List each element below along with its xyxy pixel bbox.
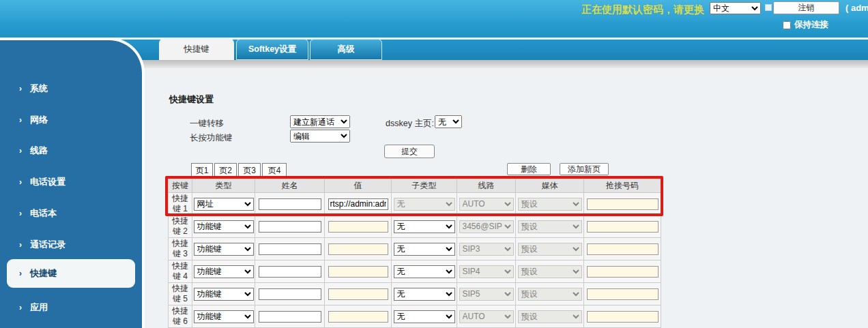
column-header: 类型 <box>192 179 255 193</box>
table-cell: AUTO <box>457 305 516 328</box>
sidebar-item-5[interactable]: ›电话本 <box>7 201 135 226</box>
table-cell: AUTO <box>457 193 516 215</box>
sidebar-item-label: 系统 <box>30 83 48 95</box>
chevron-right-icon: › <box>19 209 22 218</box>
name-input[interactable] <box>259 243 321 255</box>
table-cell: 预设 <box>516 283 584 305</box>
page-tab-2[interactable]: 页2 <box>214 163 237 179</box>
line-select: SIP4 <box>459 265 514 278</box>
table-cell <box>325 283 392 305</box>
value-input <box>328 243 388 255</box>
table-cell: 无 <box>392 260 457 283</box>
table-cell: 预设 <box>516 260 584 283</box>
subtype-select[interactable]: 无 <box>394 265 455 278</box>
subtype-select[interactable]: 无 <box>394 310 455 323</box>
sidebar-item-label: 电话设置 <box>30 176 66 188</box>
pickup-number-input <box>587 221 659 233</box>
type-select[interactable]: 功能键 <box>194 288 254 301</box>
table-cell: 功能键 <box>192 215 255 238</box>
value-input <box>328 311 388 323</box>
type-select[interactable]: 功能键 <box>194 310 254 323</box>
column-header: 值 <box>325 179 392 193</box>
table-cell <box>584 260 661 283</box>
section-title: 快捷键设置 <box>169 93 214 106</box>
column-header: 媒体 <box>516 179 584 193</box>
table-row: 快捷键 6功能键无AUTO预设 <box>169 305 661 328</box>
add-page-button[interactable]: 添加新页 <box>560 163 609 175</box>
table-row: 快捷键 2功能键无3456@SIP2预设 <box>169 215 661 238</box>
table-cell: 网址 <box>192 193 255 215</box>
subtype-select[interactable]: 无 <box>394 243 455 256</box>
subtype-select[interactable]: 无 <box>394 288 455 301</box>
keep-alive-label: 保持连接 <box>794 19 828 31</box>
table-cell: 预设 <box>516 238 584 260</box>
name-input[interactable] <box>259 221 321 233</box>
table-cell: 功能键 <box>192 283 255 305</box>
sidebar-item-7[interactable]: ›快捷键 <box>7 259 135 288</box>
name-input[interactable] <box>259 311 321 323</box>
page-tab-1[interactable]: 页1 <box>191 163 213 179</box>
table-cell: 无 <box>392 193 457 215</box>
value-input[interactable] <box>328 198 388 210</box>
subtype-select[interactable]: 无 <box>394 220 455 233</box>
page-tab-3[interactable]: 页3 <box>238 163 261 179</box>
pickup-number-input <box>587 243 659 255</box>
column-header: 子类型 <box>392 179 457 193</box>
chevron-right-icon: › <box>19 240 22 250</box>
table-cell: 无 <box>392 238 457 260</box>
line-select: 3456@SIP2 <box>459 220 514 233</box>
language-select[interactable]: 中文 <box>710 2 761 14</box>
submit-button[interactable]: 提交 <box>384 145 435 158</box>
media-select: 预设 <box>518 288 582 301</box>
key-label: 快捷键 4 <box>169 260 192 283</box>
table-cell: 功能键 <box>192 238 255 260</box>
dsskey-home-select[interactable]: 无 <box>435 115 462 128</box>
key-label: 快捷键 5 <box>169 283 192 305</box>
logout-button[interactable]: 注销 <box>773 1 839 14</box>
sidebar-item-1[interactable]: ›系统 <box>7 76 135 101</box>
keep-alive-checkbox[interactable] <box>783 21 791 29</box>
type-select[interactable]: 网址 <box>194 198 254 211</box>
chevron-right-icon: › <box>19 177 22 187</box>
type-select[interactable]: 功能键 <box>194 220 254 233</box>
transfer-label: 一键转移 <box>190 118 224 130</box>
table-cell <box>255 260 325 283</box>
line-select: AUTO <box>459 310 514 323</box>
table-cell <box>255 305 325 328</box>
column-header: 按键 <box>169 179 192 193</box>
table-header-row: 按键类型姓名值子类型线路媒体抢接号码 <box>169 179 661 193</box>
longpress-select[interactable]: 编辑 <box>290 130 350 143</box>
name-input[interactable] <box>259 266 321 278</box>
chevron-right-icon: › <box>19 146 22 155</box>
name-input[interactable] <box>259 198 321 210</box>
tab-softkey[interactable]: Softkey设置 <box>236 39 308 60</box>
table-cell <box>325 193 392 215</box>
sidebar-item-6[interactable]: ›通话记录 <box>7 233 135 257</box>
sidebar-item-8[interactable]: ›应用 <box>7 295 135 320</box>
sidebar-item-2[interactable]: ›网络 <box>7 108 135 132</box>
table-cell <box>255 283 325 305</box>
delete-button[interactable]: 删除 <box>507 163 551 175</box>
sidebar-item-label: 线路 <box>30 145 48 157</box>
sidebar-item-label: 网络 <box>30 114 48 126</box>
table-row: 快捷键 1网址无AUTO预设 <box>169 193 661 215</box>
tab-hotkey[interactable]: 快捷键 <box>159 39 234 60</box>
line-select: SIP3 <box>459 243 514 256</box>
type-select[interactable]: 功能键 <box>194 265 254 278</box>
media-select: 预设 <box>518 243 582 256</box>
value-input <box>328 221 388 233</box>
dsskey-home-label: dsskey 主页: <box>386 118 434 130</box>
table-row: 快捷键 4功能键无SIP4预设 <box>169 260 661 283</box>
banner-square-decoration <box>765 4 772 11</box>
name-input[interactable] <box>259 288 321 300</box>
page-tab-4[interactable]: 页4 <box>262 163 287 179</box>
media-select: 预设 <box>518 220 582 233</box>
keep-alive-wrap: 保持连接 <box>783 19 828 31</box>
transfer-select[interactable]: 建立新通话 <box>290 115 350 128</box>
type-select[interactable]: 功能键 <box>194 243 254 256</box>
subtype-select: 无 <box>394 198 455 211</box>
sidebar-item-3[interactable]: ›线路 <box>7 138 135 163</box>
sidebar-item-4[interactable]: ›电话设置 <box>7 170 135 194</box>
tab-advanced[interactable]: 高级 <box>310 39 382 60</box>
sidebar: ›系统›网络›线路›电话设置›电话本›通话记录›快捷键›应用 <box>0 38 145 328</box>
